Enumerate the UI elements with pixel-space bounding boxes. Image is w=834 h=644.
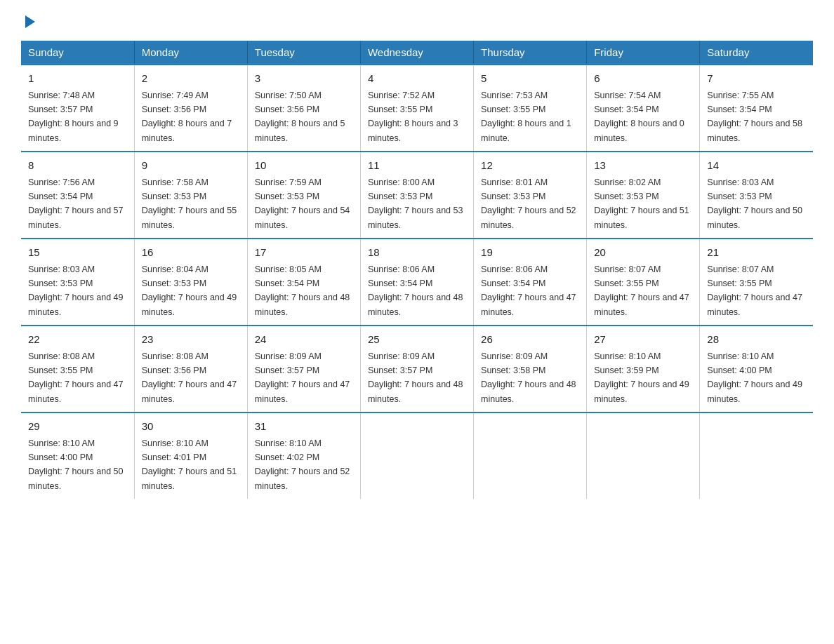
day-info: Sunrise: 7:53 AMSunset: 3:55 PMDaylight:… <box>481 90 571 143</box>
day-number: 9 <box>142 158 240 174</box>
calendar-cell: 2 Sunrise: 7:49 AMSunset: 3:56 PMDayligh… <box>134 65 247 152</box>
day-info: Sunrise: 8:02 AMSunset: 3:53 PMDaylight:… <box>594 177 689 230</box>
logo <box>21 14 38 29</box>
day-info: Sunrise: 8:01 AMSunset: 3:53 PMDaylight:… <box>481 177 576 230</box>
calendar-cell: 15 Sunrise: 8:03 AMSunset: 3:53 PMDaylig… <box>21 239 134 326</box>
day-info: Sunrise: 8:10 AMSunset: 3:59 PMDaylight:… <box>594 351 689 404</box>
calendar-cell: 9 Sunrise: 7:58 AMSunset: 3:53 PMDayligh… <box>134 152 247 239</box>
calendar-cell <box>474 412 587 499</box>
day-number: 15 <box>28 245 127 261</box>
day-info: Sunrise: 7:49 AMSunset: 3:56 PMDaylight:… <box>142 90 232 143</box>
day-number: 21 <box>707 245 806 261</box>
day-info: Sunrise: 8:00 AMSunset: 3:53 PMDaylight:… <box>368 177 463 230</box>
weekday-header-tuesday: Tuesday <box>247 41 360 65</box>
calendar-cell: 14 Sunrise: 8:03 AMSunset: 3:53 PMDaylig… <box>700 152 813 239</box>
day-number: 23 <box>142 332 240 348</box>
day-number: 18 <box>368 245 466 261</box>
calendar-cell: 10 Sunrise: 7:59 AMSunset: 3:53 PMDaylig… <box>247 152 360 239</box>
calendar-cell: 31 Sunrise: 8:10 AMSunset: 4:02 PMDaylig… <box>247 412 360 499</box>
day-number: 27 <box>594 332 692 348</box>
calendar-cell: 5 Sunrise: 7:53 AMSunset: 3:55 PMDayligh… <box>474 65 587 152</box>
day-number: 13 <box>594 158 692 174</box>
week-row-2: 8 Sunrise: 7:56 AMSunset: 3:54 PMDayligh… <box>21 152 813 239</box>
calendar-cell: 11 Sunrise: 8:00 AMSunset: 3:53 PMDaylig… <box>360 152 473 239</box>
calendar-cell: 17 Sunrise: 8:05 AMSunset: 3:54 PMDaylig… <box>247 239 360 326</box>
weekday-header-row: SundayMondayTuesdayWednesdayThursdayFrid… <box>21 41 813 65</box>
day-info: Sunrise: 8:08 AMSunset: 3:55 PMDaylight:… <box>28 351 124 404</box>
calendar-cell: 30 Sunrise: 8:10 AMSunset: 4:01 PMDaylig… <box>134 412 247 499</box>
day-number: 4 <box>368 71 466 87</box>
day-info: Sunrise: 7:58 AMSunset: 3:53 PMDaylight:… <box>142 177 237 230</box>
day-number: 24 <box>255 332 353 348</box>
calendar-cell: 20 Sunrise: 8:07 AMSunset: 3:55 PMDaylig… <box>587 239 700 326</box>
weekday-header-friday: Friday <box>587 41 700 65</box>
day-number: 12 <box>481 158 579 174</box>
calendar-cell: 22 Sunrise: 8:08 AMSunset: 3:55 PMDaylig… <box>21 326 134 412</box>
day-number: 6 <box>594 71 692 87</box>
day-number: 2 <box>142 71 240 87</box>
day-info: Sunrise: 8:10 AMSunset: 4:00 PMDaylight:… <box>28 438 124 491</box>
day-info: Sunrise: 8:06 AMSunset: 3:54 PMDaylight:… <box>368 264 463 317</box>
calendar-table: SundayMondayTuesdayWednesdayThursdayFrid… <box>21 41 813 499</box>
day-number: 3 <box>255 71 353 87</box>
week-row-5: 29 Sunrise: 8:10 AMSunset: 4:00 PMDaylig… <box>21 412 813 499</box>
day-number: 19 <box>481 245 579 261</box>
calendar-cell: 25 Sunrise: 8:09 AMSunset: 3:57 PMDaylig… <box>360 326 473 412</box>
logo-arrow-icon <box>22 14 38 29</box>
calendar-cell: 24 Sunrise: 8:09 AMSunset: 3:57 PMDaylig… <box>247 326 360 412</box>
calendar-cell: 23 Sunrise: 8:08 AMSunset: 3:56 PMDaylig… <box>134 326 247 412</box>
day-number: 7 <box>707 71 806 87</box>
day-number: 30 <box>142 419 240 435</box>
day-info: Sunrise: 7:54 AMSunset: 3:54 PMDaylight:… <box>594 90 684 143</box>
calendar-cell: 29 Sunrise: 8:10 AMSunset: 4:00 PMDaylig… <box>21 412 134 499</box>
day-number: 31 <box>255 419 353 435</box>
day-info: Sunrise: 8:04 AMSunset: 3:53 PMDaylight:… <box>142 264 237 317</box>
day-info: Sunrise: 8:08 AMSunset: 3:56 PMDaylight:… <box>142 351 237 404</box>
day-info: Sunrise: 8:03 AMSunset: 3:53 PMDaylight:… <box>707 177 802 230</box>
day-number: 8 <box>28 158 127 174</box>
day-info: Sunrise: 7:59 AMSunset: 3:53 PMDaylight:… <box>255 177 350 230</box>
calendar-cell: 19 Sunrise: 8:06 AMSunset: 3:54 PMDaylig… <box>474 239 587 326</box>
weekday-header-sunday: Sunday <box>21 41 134 65</box>
day-number: 25 <box>368 332 466 348</box>
day-number: 10 <box>255 158 353 174</box>
day-number: 11 <box>368 158 466 174</box>
page-header <box>21 14 813 29</box>
calendar-cell: 3 Sunrise: 7:50 AMSunset: 3:56 PMDayligh… <box>247 65 360 152</box>
calendar-cell: 4 Sunrise: 7:52 AMSunset: 3:55 PMDayligh… <box>360 65 473 152</box>
day-info: Sunrise: 7:48 AMSunset: 3:57 PMDaylight:… <box>28 90 119 143</box>
calendar-cell: 8 Sunrise: 7:56 AMSunset: 3:54 PMDayligh… <box>21 152 134 239</box>
calendar-cell: 27 Sunrise: 8:10 AMSunset: 3:59 PMDaylig… <box>587 326 700 412</box>
calendar-cell: 28 Sunrise: 8:10 AMSunset: 4:00 PMDaylig… <box>700 326 813 412</box>
calendar-cell <box>360 412 473 499</box>
calendar-cell: 21 Sunrise: 8:07 AMSunset: 3:55 PMDaylig… <box>700 239 813 326</box>
calendar-cell <box>587 412 700 499</box>
day-info: Sunrise: 8:03 AMSunset: 3:53 PMDaylight:… <box>28 264 124 317</box>
day-info: Sunrise: 8:06 AMSunset: 3:54 PMDaylight:… <box>481 264 576 317</box>
day-info: Sunrise: 8:10 AMSunset: 4:02 PMDaylight:… <box>255 438 350 491</box>
day-number: 28 <box>707 332 806 348</box>
day-info: Sunrise: 7:55 AMSunset: 3:54 PMDaylight:… <box>707 90 802 143</box>
calendar-cell: 13 Sunrise: 8:02 AMSunset: 3:53 PMDaylig… <box>587 152 700 239</box>
weekday-header-saturday: Saturday <box>700 41 813 65</box>
svg-marker-0 <box>25 15 35 28</box>
day-info: Sunrise: 8:05 AMSunset: 3:54 PMDaylight:… <box>255 264 350 317</box>
day-number: 14 <box>707 158 806 174</box>
day-number: 29 <box>28 419 127 435</box>
calendar-cell: 6 Sunrise: 7:54 AMSunset: 3:54 PMDayligh… <box>587 65 700 152</box>
day-number: 17 <box>255 245 353 261</box>
day-number: 5 <box>481 71 579 87</box>
week-row-4: 22 Sunrise: 8:08 AMSunset: 3:55 PMDaylig… <box>21 326 813 412</box>
day-info: Sunrise: 8:07 AMSunset: 3:55 PMDaylight:… <box>707 264 802 317</box>
day-info: Sunrise: 7:52 AMSunset: 3:55 PMDaylight:… <box>368 90 458 143</box>
day-info: Sunrise: 8:09 AMSunset: 3:57 PMDaylight:… <box>255 351 350 404</box>
day-info: Sunrise: 8:09 AMSunset: 3:58 PMDaylight:… <box>481 351 576 404</box>
day-number: 26 <box>481 332 579 348</box>
day-info: Sunrise: 8:10 AMSunset: 4:00 PMDaylight:… <box>707 351 802 404</box>
day-info: Sunrise: 8:09 AMSunset: 3:57 PMDaylight:… <box>368 351 463 404</box>
day-number: 16 <box>142 245 240 261</box>
calendar-cell: 12 Sunrise: 8:01 AMSunset: 3:53 PMDaylig… <box>474 152 587 239</box>
day-number: 20 <box>594 245 692 261</box>
weekday-header-monday: Monday <box>134 41 247 65</box>
day-info: Sunrise: 8:07 AMSunset: 3:55 PMDaylight:… <box>594 264 689 317</box>
